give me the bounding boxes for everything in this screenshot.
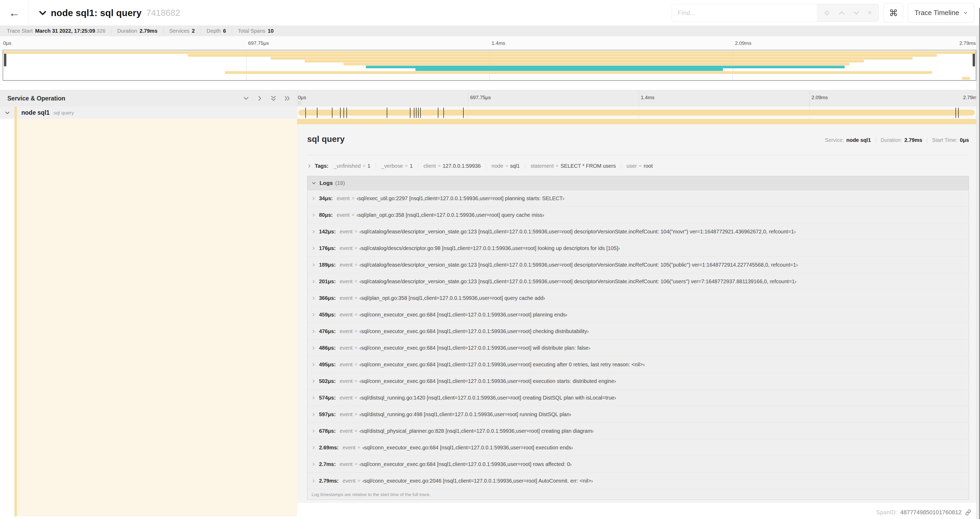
- log-marker-tick: [347, 108, 347, 118]
- next-match-icon[interactable]: [853, 10, 860, 16]
- minimap-span-bar: [270, 57, 913, 60]
- trace-minimap: 0μs697.75μs1.4ms2.09ms2.79ms: [0, 36, 980, 82]
- chevron-right-icon: [312, 230, 316, 234]
- detail-span-bar: [297, 119, 976, 124]
- chevron-right-icon: [312, 412, 316, 417]
- back-arrow-icon: ←: [9, 6, 20, 19]
- log-marker-tick: [305, 108, 306, 118]
- log-marker-tick: [956, 108, 956, 118]
- service-value: node sql1: [846, 137, 871, 143]
- minimap-canvas[interactable]: [3, 50, 976, 81]
- log-rows: 34μs:event=‹sql/exec_util.go:2297 [nsql1…: [307, 190, 969, 489]
- tag-item[interactable]: _unfinished=1: [334, 163, 371, 169]
- log-row[interactable]: 176μs:event=‹sql/catalog/descs/descripto…: [307, 240, 969, 257]
- axis-tick-label: 2.09ms: [811, 95, 828, 101]
- span-detail-area: sql query Service:node sql1 Duration:2.7…: [297, 119, 976, 519]
- log-row[interactable]: 574μs:event=‹sql/distsql_running.go:1420…: [307, 390, 969, 406]
- tags-accordion[interactable]: Tags: _unfinished=1_verbose=1client=127.…: [307, 160, 969, 172]
- log-row[interactable]: 459μs:event=‹sql/conn_executor_exec.go:6…: [307, 307, 969, 323]
- detail-title-row: sql query Service:node sql1 Duration:2.7…: [307, 134, 969, 144]
- span-operation-name: sql query: [54, 110, 74, 116]
- trace-timeline-page: ← node sql1: sql query 7418682: [0, 0, 980, 519]
- tag-item[interactable]: user=root: [621, 163, 652, 169]
- chevron-right-icon: [312, 313, 316, 317]
- collapse-span-icon[interactable]: [0, 110, 14, 115]
- chevron-down-icon: [963, 11, 967, 15]
- log-row[interactable]: 502μs:event=‹sql/conn_executor_exec.go:6…: [307, 373, 969, 390]
- minimap-span-bar: [3, 51, 976, 54]
- tags-label: Tags:: [315, 163, 329, 169]
- log-row[interactable]: 2.69ms:event=‹sql/conn_executor_exec.go:…: [307, 439, 969, 456]
- axis-gridline: [809, 90, 810, 107]
- log-row[interactable]: 201μs:event=‹sql/catalog/lease/descripto…: [307, 273, 969, 290]
- back-button[interactable]: ←: [0, 0, 29, 26]
- log-row[interactable]: 476μs:event=‹sql/conn_executor_exec.go:6…: [307, 323, 969, 340]
- log-row[interactable]: 142μs:event=‹sql/catalog/lease/descripto…: [307, 224, 969, 240]
- log-row[interactable]: 486μs:event=‹sql/conn_executor_exec.go:6…: [307, 340, 969, 356]
- chevron-right-icon: [312, 279, 316, 284]
- expand-all-icon[interactable]: [284, 95, 290, 102]
- log-row[interactable]: 2.79ms:event=‹sql/conn_executor_exec.go:…: [307, 473, 969, 489]
- meta-divider: [927, 137, 928, 143]
- deep-link-icon[interactable]: [965, 509, 972, 516]
- span-row-name-cell[interactable]: node sql1 sql query: [0, 107, 297, 119]
- column-resize-grip[interactable]: ||: [298, 100, 302, 105]
- trace-id: 7418682: [146, 8, 180, 18]
- tag-item[interactable]: _verbose=1: [375, 163, 412, 169]
- trace-meta-bar: Trace StartMarch 31 2022, 17:25:09.326Du…: [0, 26, 980, 36]
- chevron-right-icon: [312, 446, 316, 450]
- locate-icon[interactable]: [824, 10, 830, 16]
- trace-meta-item: Depth6: [200, 28, 226, 34]
- tag-item[interactable]: client=127.0.0.1:59936: [418, 163, 481, 169]
- header-controls: × ⌘ Trace Timeline: [672, 3, 980, 23]
- chevron-down-icon[interactable]: [39, 9, 47, 17]
- view-type-label: Trace Timeline: [915, 9, 959, 17]
- span-id-row: SpanID: 4877749850101760812: [876, 509, 972, 516]
- log-row[interactable]: 80μs:event=‹sql/plan_opt.go:358 [nsql1,c…: [307, 207, 969, 224]
- logs-header[interactable]: Logs (18): [307, 176, 969, 190]
- collapse-all-icon[interactable]: [270, 95, 277, 102]
- chevron-right-icon: [312, 429, 316, 433]
- view-type-dropdown[interactable]: Trace Timeline: [908, 3, 974, 23]
- log-marker-tick: [332, 108, 332, 118]
- detail-selected-row-highlight: [14, 119, 297, 516]
- duration-label: Duration:: [881, 137, 902, 143]
- log-row[interactable]: 2.7ms:event=‹sql/conn_executor_exec.go:6…: [307, 456, 969, 473]
- span-id-value: 4877749850101760812: [900, 509, 962, 516]
- log-row[interactable]: 189μs:event=‹sql/catalog/lease/descripto…: [307, 257, 969, 273]
- logs-count: (18): [335, 180, 345, 186]
- prev-match-icon[interactable]: [838, 10, 845, 16]
- chevron-right-icon: [312, 263, 316, 267]
- log-row[interactable]: 597μs:event=‹sql/distsql_running.go:498 …: [307, 406, 969, 423]
- collapse-one-icon[interactable]: [243, 95, 249, 102]
- chevron-right-icon: [312, 196, 316, 200]
- keyboard-shortcuts-button[interactable]: ⌘: [884, 3, 903, 23]
- log-row[interactable]: 678μs:event=‹sql/distsql_physical_planne…: [307, 423, 969, 439]
- clear-find-icon[interactable]: ×: [868, 9, 872, 16]
- log-marker-tick: [463, 108, 464, 118]
- minimap-span-bar: [344, 63, 850, 65]
- command-icon: ⌘: [889, 8, 898, 18]
- chevron-right-icon: [312, 329, 316, 333]
- span-id-label: SpanID:: [876, 509, 897, 516]
- log-marker-tick: [414, 108, 414, 118]
- find-input[interactable]: [672, 4, 817, 22]
- expand-one-icon[interactable]: [256, 95, 263, 102]
- span-row-timeline-cell[interactable]: [297, 107, 980, 119]
- log-marker-tick: [418, 108, 418, 118]
- axis-gridline: [639, 90, 639, 107]
- log-row[interactable]: 495μs:event=‹sql/conn_executor_exec.go:6…: [307, 356, 969, 373]
- tag-item[interactable]: node=sql1: [486, 163, 520, 169]
- tag-list: _unfinished=1_verbose=1client=127.0.0.1:…: [334, 163, 653, 169]
- axis-tick-label: 2.79ms: [959, 40, 976, 46]
- span-duration-bar[interactable]: [299, 110, 975, 115]
- service-operation-title: Service & Operation: [7, 95, 65, 102]
- log-marker-tick: [410, 108, 410, 118]
- chevron-right-icon: [312, 462, 316, 466]
- log-row[interactable]: 366μs:event=‹sql/plan_opt.go:358 [nsql1,…: [307, 290, 969, 307]
- chevron-right-icon: [312, 479, 316, 483]
- tag-item[interactable]: statement=SELECT * FROM users: [525, 163, 616, 169]
- log-row[interactable]: 34μs:event=‹sql/exec_util.go:2297 [nsql1…: [307, 190, 969, 207]
- log-marker-tick: [387, 108, 387, 118]
- page-title: node sql1: sql query: [51, 8, 142, 18]
